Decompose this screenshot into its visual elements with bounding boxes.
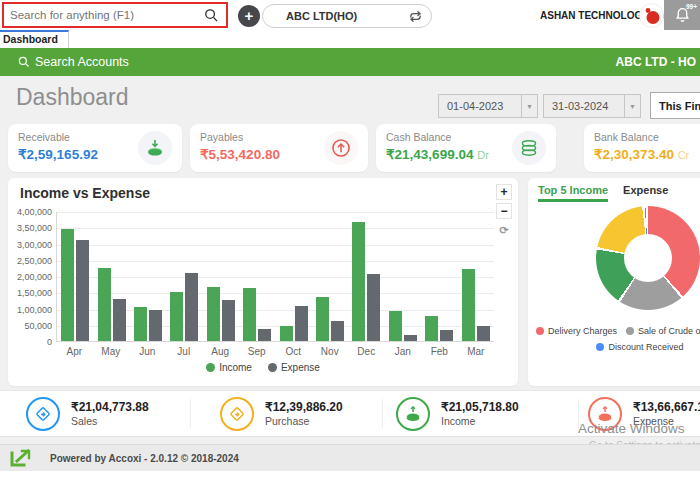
chevron-down-icon[interactable]: ▼ <box>521 95 537 117</box>
receivable-coin-down-icon <box>138 131 172 165</box>
expense-bar-may <box>113 299 126 341</box>
expense-bar-aug <box>222 300 235 341</box>
kpi-card-bank-balance[interactable]: Bank Balance ₹2,30,373.40 Cr <box>584 124 700 172</box>
period-select-value: This Fin Year <box>659 100 700 112</box>
income-bar-jul <box>170 292 183 341</box>
legend-label: Delivery Charges <box>548 326 617 336</box>
legend-item-expense: Expense <box>268 362 320 373</box>
purchase-diamond-icon <box>220 397 254 431</box>
bar-group-may <box>98 212 126 341</box>
y-axis-tick: 4,00,000 <box>17 207 52 217</box>
expense-bar-jul <box>185 273 198 341</box>
bar-group-feb <box>425 212 453 341</box>
bar-group-aug <box>207 212 235 341</box>
y-axis-tick: 1,00,000 <box>17 305 52 315</box>
search-accounts-button[interactable]: Search Accounts <box>18 55 129 69</box>
search-accounts-label: Search Accounts <box>35 55 129 69</box>
search-accounts-icon <box>18 56 30 68</box>
x-axis-tick: Feb <box>425 346 453 357</box>
zoom-in-button[interactable]: + <box>496 184 512 200</box>
donut-legend-row-1: Delivery Charges Sale of Crude oil car 1 <box>536 326 700 336</box>
legend-item-income: Income <box>206 362 252 373</box>
search-icon[interactable] <box>204 8 219 23</box>
x-axis-tick: May <box>97 346 125 357</box>
income-bar-oct <box>280 326 293 341</box>
legend-label: Income <box>219 362 252 373</box>
bar-group-jul <box>170 212 198 341</box>
y-axis-tick: 2,50,000 <box>17 256 52 266</box>
income-bar-mar <box>462 269 475 341</box>
expense-bar-sep <box>258 329 271 341</box>
chart-refresh-button[interactable]: ⟳ <box>496 222 512 238</box>
income-bar-apr <box>61 229 74 341</box>
bar-group-mar <box>462 212 490 341</box>
top5-income-card: Top 5 Income Expense Delivery Charges Sa… <box>528 178 700 386</box>
stat-income: ₹21,05,718.80 Income <box>382 391 578 436</box>
kpi-card-cash-balance[interactable]: Cash Balance ₹21,43,699.04 Dr <box>376 124 556 172</box>
x-axis-labels: AprMayJunJulAugSepOctNovDecJanFebMar <box>56 346 494 357</box>
expense-bar-oct <box>295 306 308 341</box>
chevron-down-icon[interactable]: ▼ <box>624 95 640 117</box>
bar-group-jun <box>134 212 162 341</box>
tab-expense[interactable]: Expense <box>623 184 668 202</box>
x-axis-tick: Jun <box>133 346 161 357</box>
chart-title: Income vs Expense <box>20 185 150 201</box>
add-new-button[interactable]: + <box>238 5 260 27</box>
user-avatar[interactable] <box>639 3 664 28</box>
zoom-out-button[interactable]: − <box>496 203 512 219</box>
bar-series-area <box>57 212 494 341</box>
income-bar-feb <box>425 316 438 341</box>
x-axis-tick: Jan <box>389 346 417 357</box>
stat-value: ₹13,66,667.17 <box>633 400 700 416</box>
top-bar: + ABC LTD(HO) ASHAN TECHNOLOGIES ▸ 99+ <box>0 0 700 30</box>
income-bar-dec <box>352 222 365 341</box>
app-window: + ABC LTD(HO) ASHAN TECHNOLOGIES ▸ 99+ <box>0 0 700 477</box>
bar-group-sep <box>243 212 271 341</box>
legend-label: Expense <box>281 362 320 373</box>
legend-item-discount-received: Discount Received <box>596 342 683 352</box>
x-axis-tick: Oct <box>279 346 307 357</box>
sale-of-crude-oil-dot <box>626 327 634 335</box>
tab-dashboard[interactable]: Dashboard <box>0 30 69 48</box>
income-coin-up-icon <box>396 397 430 431</box>
avatar-logo-icon <box>641 5 662 26</box>
period-select[interactable]: This Fin Year <box>650 92 700 119</box>
stat-value: ₹21,04,773.88 <box>71 400 149 416</box>
x-axis-tick: Jul <box>170 346 198 357</box>
global-search-box[interactable] <box>2 2 228 28</box>
stat-value: ₹21,05,718.80 <box>441 400 519 416</box>
kpi-card-payables[interactable]: Payables ₹5,53,420.80 <box>190 124 368 172</box>
y-axis-tick: 3,00,000 <box>17 240 52 250</box>
payables-arrow-up-circle-icon <box>324 131 358 165</box>
sync-button[interactable] <box>399 5 431 27</box>
x-axis-tick: Aug <box>206 346 234 357</box>
donut-hole <box>624 234 672 282</box>
x-axis-tick: Apr <box>60 346 88 357</box>
donut-tabs: Top 5 Income Expense <box>538 184 668 202</box>
donut-legend-row-2: Discount Received <box>540 342 700 352</box>
notifications-button[interactable]: 99+ <box>664 0 700 30</box>
from-date-picker[interactable]: 01-04-2023 ▼ <box>438 94 538 118</box>
accounts-search-bar: Search Accounts ABC LTD - HO <box>0 48 700 76</box>
footer-text: Powered by Accoxi - 2.0.12 © 2018-2024 <box>50 453 239 464</box>
legend-item-delivery-charges: Delivery Charges <box>536 326 617 336</box>
income-legend-dot <box>206 363 215 372</box>
cash-coins-stack-icon <box>512 131 546 165</box>
income-bar-aug <box>207 287 220 341</box>
income-bar-jan <box>389 311 402 341</box>
stat-label: Sales <box>71 415 149 427</box>
to-date-picker[interactable]: 31-03-2024 ▼ <box>543 94 641 118</box>
expense-bar-jan <box>404 335 417 341</box>
expense-bar-apr <box>76 240 89 341</box>
legend-label: Discount Received <box>608 342 683 352</box>
expense-bar-mar <box>477 326 490 341</box>
kpi-label: Bank Balance <box>594 131 700 143</box>
kpi-card-receivable[interactable]: Receivable ₹2,59,165.92 <box>8 124 182 172</box>
tab-top5-income[interactable]: Top 5 Income <box>538 184 608 202</box>
income-bar-sep <box>243 288 256 341</box>
bar-group-nov <box>316 212 344 341</box>
search-input[interactable] <box>4 9 204 21</box>
stat-sales: ₹21,04,773.88 Sales <box>0 391 190 436</box>
company-selector[interactable]: ABC LTD(HO) <box>262 4 432 28</box>
x-axis-tick: Nov <box>316 346 344 357</box>
